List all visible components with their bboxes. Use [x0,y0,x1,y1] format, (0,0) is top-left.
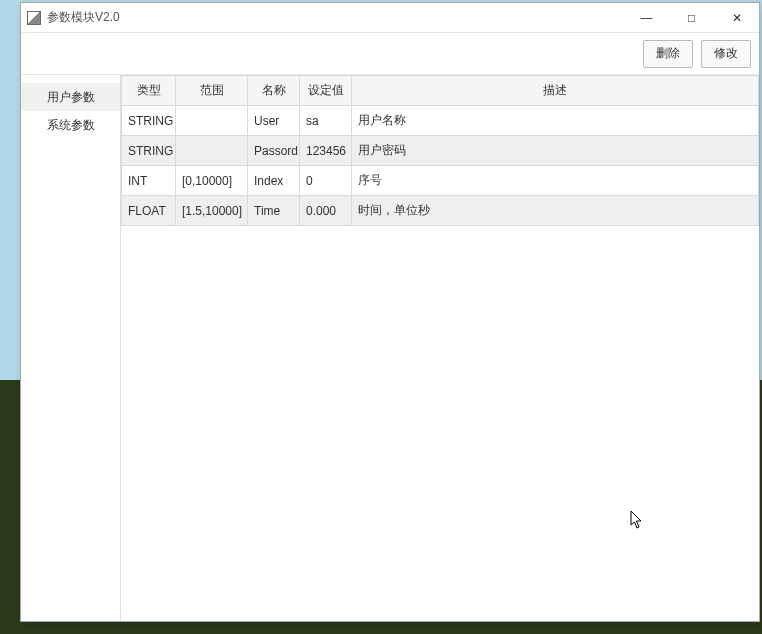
cell-value: 123456 [300,136,352,166]
sidebar-item-system-params[interactable]: 系统参数 [21,111,120,139]
sidebar-item-user-params[interactable]: 用户参数 [21,83,120,111]
cell-desc: 用户密码 [352,136,759,166]
cell-value: sa [300,106,352,136]
header-name[interactable]: 名称 [248,76,300,106]
sidebar: 用户参数 系统参数 [21,75,121,621]
table-header-row: 类型 范围 名称 设定值 描述 [122,76,759,106]
app-window: 参数模块V2.0 — □ ✕ 删除 修改 用户参数 系统参数 类型 [20,2,760,622]
maximize-button[interactable]: □ [669,3,714,33]
header-value[interactable]: 设定值 [300,76,352,106]
edit-button[interactable]: 修改 [701,40,751,68]
cell-type: STRING [122,106,176,136]
delete-button[interactable]: 删除 [643,40,693,68]
cell-range: [1.5,10000] [176,196,248,226]
app-icon [27,11,41,25]
sidebar-item-label: 系统参数 [47,117,95,134]
cell-value: 0.000 [300,196,352,226]
params-table: 类型 范围 名称 设定值 描述 STRING User sa 用户名称 [121,75,759,226]
maximize-icon: □ [688,11,695,25]
table-row[interactable]: STRING User sa 用户名称 [122,106,759,136]
cell-name: Time [248,196,300,226]
cell-range: [0,10000] [176,166,248,196]
minimize-icon: — [641,11,653,25]
main-panel: 类型 范围 名称 设定值 描述 STRING User sa 用户名称 [121,75,759,621]
header-desc[interactable]: 描述 [352,76,759,106]
cell-range [176,136,248,166]
table-row[interactable]: INT [0,10000] Index 0 序号 [122,166,759,196]
table-row[interactable]: FLOAT [1.5,10000] Time 0.000 时间，单位秒 [122,196,759,226]
close-button[interactable]: ✕ [714,3,759,33]
content-area: 用户参数 系统参数 类型 范围 名称 设定值 描述 [21,75,759,621]
cell-name: User [248,106,300,136]
cell-desc: 用户名称 [352,106,759,136]
cell-name: Passord [248,136,300,166]
titlebar: 参数模块V2.0 — □ ✕ [21,3,759,33]
cell-type: STRING [122,136,176,166]
cell-range [176,106,248,136]
cell-value: 0 [300,166,352,196]
header-range[interactable]: 范围 [176,76,248,106]
cell-type: FLOAT [122,196,176,226]
table-row[interactable]: STRING Passord 123456 用户密码 [122,136,759,166]
cell-desc: 序号 [352,166,759,196]
window-title: 参数模块V2.0 [47,9,120,26]
header-type[interactable]: 类型 [122,76,176,106]
close-icon: ✕ [732,11,742,25]
cell-desc: 时间，单位秒 [352,196,759,226]
toolbar: 删除 修改 [21,33,759,75]
minimize-button[interactable]: — [624,3,669,33]
sidebar-item-label: 用户参数 [47,89,95,106]
cell-type: INT [122,166,176,196]
cell-name: Index [248,166,300,196]
